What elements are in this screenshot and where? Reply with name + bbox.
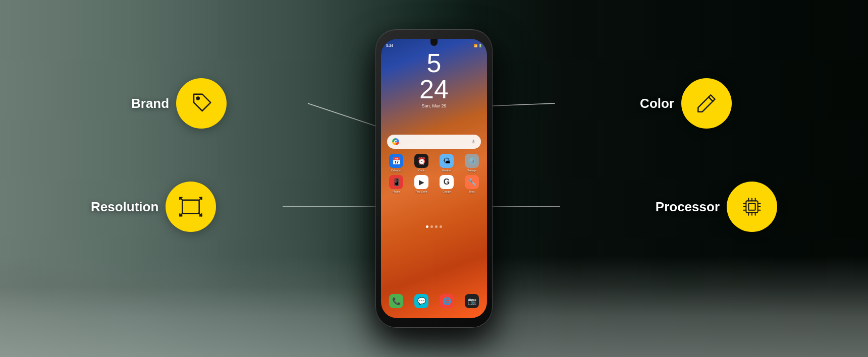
page-dots [381, 225, 487, 228]
annotation-brand: Brand [131, 78, 227, 129]
annotation-color: Color [640, 78, 732, 129]
pen-icon [694, 91, 719, 116]
dot-4 [440, 225, 442, 228]
color-circle [681, 78, 732, 129]
processor-label: Processor [656, 199, 720, 215]
color-label: Color [640, 96, 674, 111]
clock-minute: 24 [381, 76, 487, 102]
dock-camera[interactable]: 📷 [461, 294, 483, 308]
app-google[interactable]: G Google [436, 175, 458, 193]
dot-3 [435, 225, 438, 228]
app-clock[interactable]: ⏰ Clock [410, 154, 432, 172]
clock-date: Sun, Mar 29 [381, 103, 487, 108]
resolution-circle [166, 182, 216, 232]
clock-display: 5 24 Sun, Mar 29 [381, 50, 487, 108]
svg-rect-6 [746, 201, 757, 212]
svg-rect-7 [748, 203, 755, 210]
svg-point-4 [197, 97, 199, 100]
tag-icon [189, 91, 214, 116]
phone-notch [430, 39, 438, 46]
processor-circle [727, 182, 777, 232]
search-bar[interactable]: G [387, 135, 481, 149]
app-weather[interactable]: 🌤 Weather [436, 154, 458, 172]
resize-icon [178, 194, 203, 219]
dock-messages[interactable]: 💬 [410, 294, 432, 308]
status-time: 5:24 [386, 44, 393, 47]
dot-1 [426, 225, 428, 228]
phone-body: 5:24 📶 🔋 5 24 Sun, Mar 29 G [376, 30, 492, 327]
brand-label: Brand [131, 96, 169, 111]
app-playstore[interactable]: ▶ Play Store [410, 175, 432, 193]
phone-screen: 5:24 📶 🔋 5 24 Sun, Mar 29 G [381, 39, 487, 318]
app-grid-row1: 📅 Calendar ⏰ Clock 🌤 Weather ⚙️ Settings… [385, 154, 483, 193]
resolution-label: Resolution [91, 199, 158, 215]
annotation-resolution: Resolution [91, 182, 216, 232]
phone: 5:24 📶 🔋 5 24 Sun, Mar 29 G [376, 30, 492, 327]
dot-2 [430, 225, 433, 228]
dock-phone[interactable]: 📞 [385, 294, 407, 308]
app-calendar[interactable]: 📅 Calendar [385, 154, 407, 172]
chip-icon [739, 194, 765, 219]
google-logo: G [392, 138, 399, 145]
annotation-processor: Processor [656, 182, 777, 232]
bottom-dock: 📞 💬 🌐 📷 [385, 294, 483, 308]
app-tools[interactable]: 🔧 Tools [461, 175, 483, 193]
mic-icon [471, 139, 476, 144]
dock-chrome[interactable]: 🌐 [436, 294, 458, 308]
app-settings[interactable]: ⚙️ Settings [461, 154, 483, 172]
app-phone[interactable]: 📱 Phone [385, 175, 407, 193]
clock-hour: 5 [381, 50, 487, 76]
brand-circle [176, 78, 227, 129]
svg-rect-5 [183, 200, 199, 214]
status-icons: 📶 🔋 [474, 44, 482, 47]
